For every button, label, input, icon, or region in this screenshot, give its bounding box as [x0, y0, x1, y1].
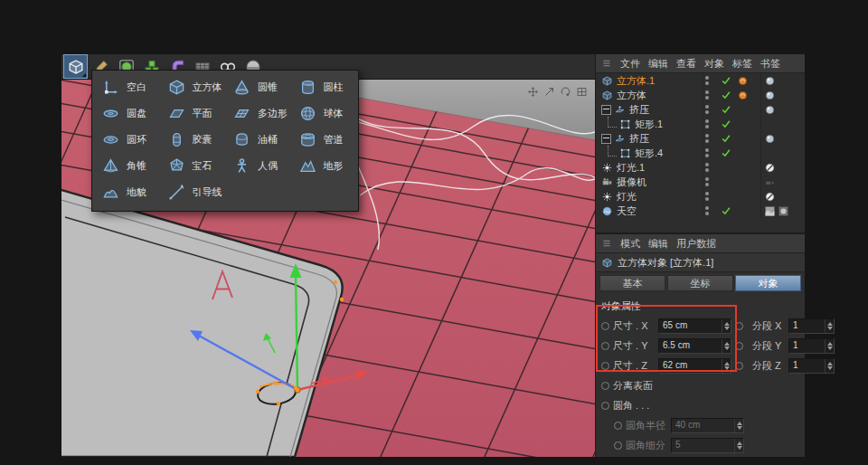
disabled-slash-icon[interactable]	[764, 162, 776, 174]
segments-x-input[interactable]: 1	[788, 318, 835, 334]
keyframe-ring[interactable]	[735, 362, 743, 370]
menu-item-figure[interactable]: 人偶	[225, 153, 291, 179]
phong-tag-icon[interactable]	[764, 104, 776, 116]
panel-menu-icon[interactable]	[601, 58, 612, 69]
enabled-check-icon[interactable]	[721, 133, 731, 144]
menu-edit[interactable]: 编辑	[648, 237, 668, 251]
object-label[interactable]: 天空	[617, 204, 637, 218]
menu-item-platonic[interactable]: 宝石	[160, 153, 226, 179]
menu-item-cone[interactable]: 圆锥	[225, 74, 291, 100]
menu-item-cylinder[interactable]: 圆柱	[291, 74, 357, 100]
menu-item-landscape[interactable]: 地形	[291, 153, 357, 179]
menu-item-capsule[interactable]: 胶囊	[160, 127, 226, 153]
object-label[interactable]: 矩形.4	[635, 147, 663, 160]
object-row-rect4[interactable]: 矩形.4	[596, 146, 805, 160]
object-label[interactable]: 灯光	[617, 190, 637, 204]
menu-mode[interactable]: 模式	[620, 237, 640, 251]
menu-item-guide[interactable]: 引导线	[160, 179, 226, 205]
tab-object[interactable]: 对象	[735, 275, 801, 291]
phong-tag-icon[interactable]	[764, 90, 776, 101]
enabled-check-icon[interactable]	[721, 205, 731, 216]
keyframe-ring[interactable]	[601, 322, 609, 330]
camera-tag-icon[interactable]	[764, 176, 776, 188]
enabled-check-icon[interactable]	[721, 75, 731, 86]
texture-tag-icon[interactable]	[778, 205, 789, 217]
visibility-dots[interactable]	[705, 132, 709, 145]
spinner[interactable]	[825, 319, 834, 333]
panel-menu-icon[interactable]	[601, 238, 612, 249]
visibility-dots[interactable]	[705, 74, 709, 87]
object-row-light1[interactable]: 灯光.1	[596, 160, 805, 175]
segments-z-input[interactable]: 1	[788, 358, 835, 374]
keyframe-ring[interactable]	[601, 342, 609, 350]
menu-userdata[interactable]: 用户数据	[676, 237, 716, 251]
keyframe-ring[interactable]	[601, 362, 609, 370]
menu-file[interactable]: 文件	[620, 57, 640, 71]
object-row-camera[interactable]: 摄像机	[596, 175, 805, 189]
tab-coordinates[interactable]: 坐标	[667, 275, 733, 291]
menu-item-torus[interactable]: 圆环	[94, 127, 160, 153]
menu-object[interactable]: 对象	[704, 57, 724, 71]
object-row-extrude2[interactable]: 挤压	[596, 131, 805, 146]
menu-view[interactable]: 查看	[676, 57, 696, 71]
add-primitive-button[interactable]	[64, 55, 87, 78]
disabled-slash-icon[interactable]	[764, 191, 776, 203]
visibility-dots[interactable]	[705, 190, 709, 203]
pan-icon[interactable]	[527, 85, 539, 97]
phong-tag-icon[interactable]	[764, 133, 776, 145]
spinner[interactable]	[722, 339, 731, 353]
object-row-cube1[interactable]: 立方体.1	[596, 73, 805, 88]
size-y-input[interactable]: 6.5 cm	[658, 338, 731, 354]
primitive-tag-icon[interactable]	[737, 90, 749, 101]
menu-edit[interactable]: 编辑	[648, 57, 668, 71]
visibility-dots[interactable]	[705, 118, 709, 130]
dolly-icon[interactable]	[543, 85, 555, 97]
enabled-check-icon[interactable]	[721, 90, 731, 100]
menu-item-pyramid[interactable]: 角锥	[94, 153, 160, 179]
texture-tag-icon[interactable]	[764, 205, 776, 217]
visibility-dots[interactable]	[705, 147, 709, 159]
orbit-icon[interactable]	[560, 85, 571, 97]
object-label[interactable]: 挤压	[629, 103, 649, 117]
size-z-input[interactable]: 62 cm	[658, 358, 731, 374]
spinner[interactable]	[825, 339, 834, 353]
spinner[interactable]	[722, 319, 731, 333]
menu-item-cube[interactable]: 立方体	[160, 74, 226, 100]
size-x-input[interactable]: 65 cm	[658, 318, 731, 334]
menu-item-plane[interactable]: 平面	[160, 100, 226, 127]
menu-item-relief[interactable]: 地貌	[94, 179, 160, 205]
object-row-sky[interactable]: 天空	[596, 204, 805, 218]
menu-item-sphere[interactable]: 球体	[291, 100, 357, 127]
menu-tags[interactable]: 标签	[732, 57, 752, 71]
keyframe-ring[interactable]	[601, 382, 609, 390]
menu-item-polygon[interactable]: 多边形	[225, 100, 291, 127]
object-row-light[interactable]: 灯光	[596, 189, 805, 204]
enabled-check-icon[interactable]	[721, 147, 731, 158]
segments-y-input[interactable]: 1	[788, 338, 835, 354]
views-icon[interactable]	[576, 85, 588, 97]
menu-item-null[interactable]: 空白	[94, 74, 160, 100]
visibility-dots[interactable]	[705, 176, 709, 188]
object-label[interactable]: 挤压	[629, 132, 649, 146]
object-label[interactable]: 立方体.1	[617, 74, 655, 88]
object-row-rect1[interactable]: 矩形.1	[596, 117, 805, 131]
phong-tag-icon[interactable]	[764, 75, 776, 87]
spinner[interactable]	[825, 359, 834, 373]
primitive-tag-icon[interactable]	[737, 75, 749, 87]
separate-surfaces-checkbox[interactable]: 分离表面	[613, 379, 653, 393]
visibility-dots[interactable]	[705, 161, 709, 174]
enabled-check-icon[interactable]	[721, 104, 731, 115]
object-label[interactable]: 矩形.1	[635, 118, 663, 131]
object-row-cube[interactable]: 立方体	[596, 88, 805, 102]
menu-item-tube[interactable]: 管道	[291, 127, 357, 153]
menu-bookmarks[interactable]: 书签	[760, 57, 780, 71]
menu-item-disc[interactable]: 圆盘	[94, 100, 160, 127]
collapse-toggle[interactable]	[601, 134, 611, 144]
fillet-checkbox[interactable]: 圆角 . . .	[613, 399, 649, 413]
object-label[interactable]: 摄像机	[617, 176, 646, 189]
collapse-toggle[interactable]	[601, 105, 611, 115]
tab-basic[interactable]: 基本	[599, 275, 665, 291]
keyframe-ring[interactable]	[735, 342, 743, 350]
keyframe-ring[interactable]	[735, 322, 743, 330]
menu-item-oiltank[interactable]: 油桶	[225, 127, 291, 153]
